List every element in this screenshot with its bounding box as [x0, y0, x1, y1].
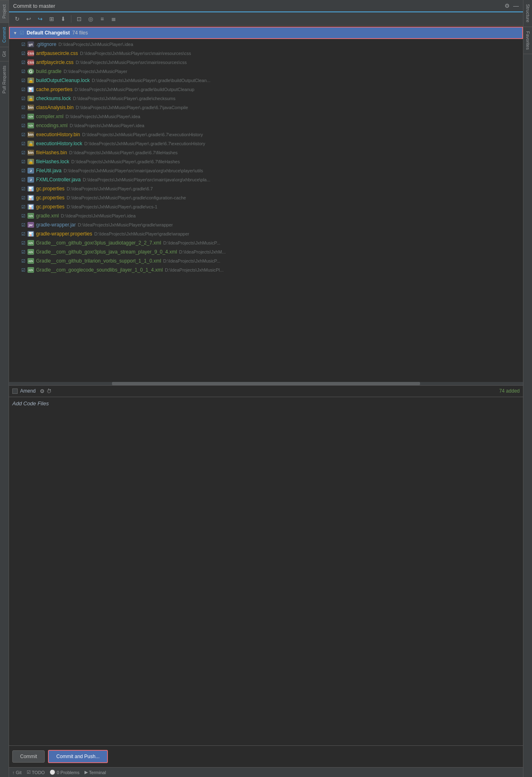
file-type-icon: bin [27, 132, 34, 137]
git-icon: ↑ [12, 770, 15, 775]
move-button[interactable]: ↪ [35, 14, 45, 24]
file-type-icon: </> [27, 213, 34, 219]
sidebar-tab-commit[interactable]: Commit [0, 23, 9, 47]
amend-history-icon[interactable]: ⏱ [46, 388, 52, 394]
file-checkbox[interactable]: ☑ [21, 51, 25, 56]
file-checkbox[interactable]: ☑ [21, 87, 25, 92]
file-checkbox[interactable]: ☑ [21, 213, 25, 219]
file-checkbox[interactable]: ☑ [21, 204, 25, 210]
sidebar-tab-git[interactable]: Git [0, 47, 9, 61]
file-checkbox[interactable]: ☑ [21, 267, 25, 273]
file-item-classanalysis[interactable]: ☑ bin classAnalysis.bin D:\IdeaProjects\… [9, 103, 523, 112]
file-item-checksums-lock[interactable]: ☑ 🔒 checksums.lock D:\IdeaProjects\JxhMu… [9, 94, 523, 103]
changelist-header[interactable]: ▼ ☑ Default Changelist 74 files [9, 27, 523, 39]
file-item-gradle-jaudiotagger[interactable]: ☑ </> Gradle__com_github_goxr3plus_jaudi… [9, 238, 523, 247]
file-checkbox[interactable]: ☑ [21, 78, 25, 83]
file-item-executionhistory-lock[interactable]: ☑ 🔒 executionHistory.lock D:\IdeaProject… [9, 139, 523, 148]
file-checkbox[interactable]: ☑ [21, 168, 25, 174]
file-checkbox[interactable]: ☑ [21, 123, 25, 128]
file-checkbox[interactable]: ☑ [21, 159, 25, 165]
group-button[interactable]: ⊡ [74, 14, 84, 24]
undo-button[interactable]: ↩ [24, 14, 34, 24]
file-checkbox[interactable]: ☑ [21, 132, 25, 137]
status-problems[interactable]: ⚪ 0 Problems [50, 770, 80, 775]
minimize-icon[interactable]: — [513, 2, 519, 9]
changelist-count: 74 files [72, 30, 88, 36]
file-name: gradle-wrapper.jar [36, 222, 76, 228]
file-item-gc-properties-1[interactable]: ☑ 📊 gc.properties D:\IdeaProjects\JxhMus… [9, 184, 523, 193]
file-checkbox[interactable]: ☑ [21, 177, 25, 183]
file-item-gc-properties-3[interactable]: ☑ 📊 gc.properties D:\IdeaProjects\JxhMus… [9, 202, 523, 211]
sidebar-tab-pull-requests[interactable]: Pull Requests [0, 61, 9, 98]
file-checkbox[interactable]: ☑ [21, 258, 25, 264]
file-item-compiler-xml[interactable]: ☑ </> compiler.xml D:\IdeaProjects\JxhMu… [9, 112, 523, 121]
status-terminal[interactable]: ▶ Terminal [84, 770, 106, 775]
status-git[interactable]: ↑ Git [12, 770, 22, 775]
file-checkbox[interactable]: ☑ [21, 195, 25, 201]
terminal-icon: ▶ [84, 770, 88, 775]
file-path: D:\IdeaProjects\JxhMusicPlayer\.gradle\c… [66, 195, 186, 200]
file-name: fileHashes.lock [36, 159, 69, 165]
file-type-icon: </> [27, 240, 34, 246]
file-item-gradle-vorbis-support[interactable]: ☑ </> Gradle__com_github_trilarion_vorbi… [9, 256, 523, 265]
file-item-filehashes-lock[interactable]: ☑ 🔒 fileHashes.lock D:\IdeaProjects\JxhM… [9, 157, 523, 166]
file-name: build.gradle [36, 69, 62, 74]
file-item-gitignore[interactable]: ☑ git .gitignore D:\IdeaProjects\JxhMusi… [9, 40, 523, 49]
file-type-icon: </> [27, 249, 34, 255]
file-checkbox[interactable]: ☑ [21, 105, 25, 110]
horizontal-scrollbar[interactable] [9, 382, 523, 385]
file-item-gc-properties-2[interactable]: ☑ 📊 gc.properties D:\IdeaProjects\JxhMus… [9, 193, 523, 202]
file-item-antfplaycircle[interactable]: ☑ CSS antfplaycircle.css D:\IdeaProjects… [9, 58, 523, 67]
file-checkbox[interactable]: ☑ [21, 114, 25, 119]
file-item-executionhistory-bin[interactable]: ☑ bin executionHistory.bin D:\IdeaProjec… [9, 130, 523, 139]
terminal-label: Terminal [89, 770, 106, 775]
file-path: D:\IdeaProjects\JxhMusicPlayer\src\main\… [64, 168, 203, 173]
right-tab-structure[interactable]: Structure [523, 0, 532, 27]
file-checkbox[interactable]: ☑ [21, 69, 25, 74]
file-type-icon: J [27, 168, 34, 174]
file-checkbox[interactable]: ☑ [21, 186, 25, 192]
file-item-gradle-jlayer[interactable]: ☑ </> Gradle__com_googlecode_soundlibs_j… [9, 265, 523, 274]
file-item-gradle-xml[interactable]: ☑ </> gradle.xml D:\IdeaProjects\JxhMusi… [9, 211, 523, 220]
file-item-gradle-java-stream-player[interactable]: ☑ </> Gradle__com_github_goxr3plus_java_… [9, 247, 523, 256]
diff-button[interactable]: ⊞ [47, 14, 57, 24]
file-checkbox[interactable]: ☑ [21, 60, 25, 65]
sort1-button[interactable]: ≡ [97, 14, 107, 24]
file-item-gradle-wrapper-jar[interactable]: ☑ jar gradle-wrapper.jar D:\IdeaProjects… [9, 220, 523, 229]
file-name: antfpausecircle.css [36, 50, 78, 56]
file-item-cache-properties[interactable]: ☑ 📊 cache.properties D:\IdeaProjects\Jxh… [9, 85, 523, 94]
file-item-encodings-xml[interactable]: ☑ </> encodings.xml D:\IdeaProjects\JxhM… [9, 121, 523, 130]
sort2-button[interactable]: ≣ [109, 14, 119, 24]
view-button[interactable]: ◎ [86, 14, 96, 24]
amend-settings-icon[interactable]: ⚙ [40, 388, 45, 394]
file-item-build-gradle[interactable]: ☑ G build.gradle D:\IdeaProjects\JxhMusi… [9, 67, 523, 76]
right-tab-favorites[interactable]: Favorites [523, 27, 532, 54]
file-item-antfpausecircle[interactable]: ☑ CSS antfpausecircle.css D:\IdeaProject… [9, 49, 523, 58]
file-checkbox[interactable]: ☑ [21, 240, 25, 246]
download-button[interactable]: ⬇ [58, 14, 68, 24]
file-checkbox[interactable]: ☑ [21, 141, 25, 146]
amend-checkbox[interactable] [12, 388, 18, 394]
commit-and-push-button[interactable]: Commit and Push... [48, 750, 107, 763]
git-label: Git [16, 770, 22, 775]
file-item-filehashes-bin[interactable]: ☑ bin fileHashes.bin D:\IdeaProjects\Jxh… [9, 148, 523, 157]
status-todo[interactable]: ☑ TODO [27, 770, 45, 775]
commit-message-area[interactable]: Add Code Files [9, 397, 523, 746]
file-checkbox[interactable]: ☑ [21, 150, 25, 155]
refresh-button[interactable]: ↻ [12, 14, 22, 24]
file-item-fxmlcontroller-java[interactable]: ☑ J FXMLController.java D:\IdeaProjects\… [9, 175, 523, 184]
scroll-thumb[interactable] [112, 382, 420, 385]
file-checkbox[interactable]: ☑ [21, 249, 25, 255]
file-checkbox[interactable]: ☑ [21, 96, 25, 101]
file-item-gradle-wrapper-properties[interactable]: ☑ 📊 gradle-wrapper.properties D:\IdeaPro… [9, 229, 523, 238]
commit-button[interactable]: Commit [12, 750, 45, 763]
changelist-checkbox[interactable]: ☑ [20, 30, 24, 36]
file-checkbox[interactable]: ☑ [21, 231, 25, 237]
sidebar-tab-project[interactable]: Project [0, 0, 9, 23]
file-path: D:\IdeaProjects\JxhMusicPlayer\.gradle\b… [92, 78, 210, 83]
file-checkbox[interactable]: ☑ [21, 42, 25, 47]
file-item-buildoutputcleanup[interactable]: ☑ 🔒 buildOutputCleanup.lock D:\IdeaProje… [9, 76, 523, 85]
settings-icon[interactable]: ⚙ [505, 2, 510, 9]
file-checkbox[interactable]: ☑ [21, 222, 25, 228]
file-item-fileutil-java[interactable]: ☑ J FileUtil.java D:\IdeaProjects\JxhMus… [9, 166, 523, 175]
